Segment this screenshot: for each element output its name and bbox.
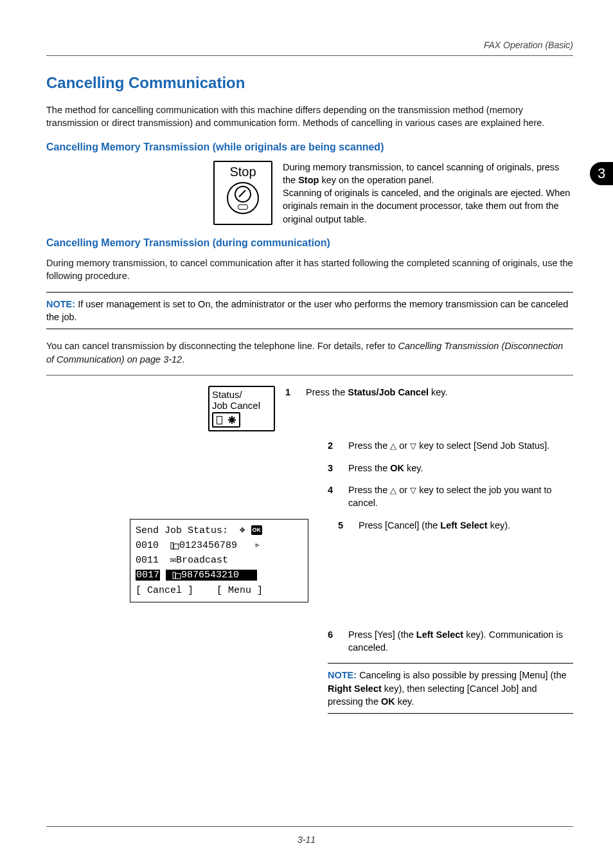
lcd-softkey-row: [ Cancel ] [ Menu ] xyxy=(136,583,303,598)
play-icon: ▹ xyxy=(254,540,260,551)
section2-paragraph-2: You can cancel transmission by disconnec… xyxy=(46,339,573,366)
fax-icon xyxy=(172,572,181,579)
led-slot-icon xyxy=(238,204,248,210)
section1-text: During memory transmission, to cancel sc… xyxy=(283,161,573,226)
svg-rect-0 xyxy=(171,543,173,549)
intro-paragraph: The method for cancelling communication … xyxy=(46,104,573,130)
status-key-label-line2: Job Cancel xyxy=(212,400,260,411)
ok-badge-icon: OK xyxy=(251,525,263,536)
stop-key-illustration: Stop xyxy=(213,161,272,225)
chapter-tab: 3 xyxy=(590,162,613,185)
note-label: NOTE: xyxy=(328,670,357,680)
step-3: 3 Press the OK key. xyxy=(328,462,573,475)
svg-rect-1 xyxy=(173,544,179,549)
down-triangle-icon: ▽ xyxy=(410,485,416,496)
down-triangle-icon: ▽ xyxy=(410,440,416,452)
header-divider xyxy=(46,55,573,56)
status-key-illustration: Status/ Job Cancel xyxy=(208,386,275,432)
lcd-display: Send Job Status: ✥ OK 0010 0123456789 ▹ … xyxy=(130,519,308,602)
stop-key-label: Stop xyxy=(229,165,256,179)
burst-icon xyxy=(228,416,236,424)
fax-icon xyxy=(170,542,179,550)
led-icon xyxy=(217,416,222,424)
step-4: 4 Press the △ or ▽ key to select the job… xyxy=(328,484,573,510)
step-5: 5 Press [Cancel] (the Left Select key). xyxy=(338,519,573,532)
note-label: NOTE: xyxy=(46,299,75,309)
svg-rect-3 xyxy=(175,574,181,579)
lcd-row-2: 0011 ✉Broadcast xyxy=(136,553,303,568)
lcd-row-1: 0010 0123456789 ▹ xyxy=(136,538,303,553)
status-key-label-line1: Status/ xyxy=(212,389,242,400)
status-key-button-icon xyxy=(212,412,240,428)
section1-heading: Cancelling Memory Transmission (while or… xyxy=(46,141,573,153)
up-triangle-icon: △ xyxy=(390,485,396,496)
page-number: 3-11 xyxy=(0,835,613,845)
section2-paragraph: During memory transmission, to cancel co… xyxy=(46,257,573,283)
lcd-title-row: Send Job Status: ✥ OK xyxy=(136,523,303,538)
header-section: FAX Operation (Basic) xyxy=(46,40,573,50)
note-1: NOTE: If user management is set to On, t… xyxy=(46,292,573,330)
lcd-row-3-selected: 0017 9876543210 xyxy=(136,568,303,583)
step-2: 2 Press the △ or ▽ key to select [Send J… xyxy=(328,439,573,452)
note-2: NOTE: Canceling is also possible by pres… xyxy=(328,663,573,714)
nav-arrows-icon: ✥ xyxy=(240,523,245,538)
section2-heading: Cancelling Memory Transmission (during c… xyxy=(46,237,573,249)
cancel-circle-icon xyxy=(235,186,251,203)
step-6: 6 Press [Yes] (the Left Select key). Com… xyxy=(328,628,573,655)
stop-key-ring-icon xyxy=(227,182,259,214)
mail-icon: ✉ xyxy=(170,555,176,566)
divider xyxy=(46,375,573,375)
footer-divider xyxy=(46,826,573,827)
page-title: Cancelling Communication xyxy=(46,74,573,92)
svg-rect-2 xyxy=(173,572,175,579)
step-1: 1 Press the Status/Job Cancel key. xyxy=(285,386,573,399)
up-triangle-icon: △ xyxy=(390,440,396,452)
